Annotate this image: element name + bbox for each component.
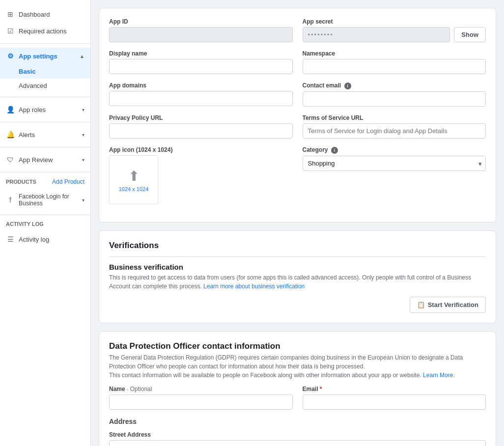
row-app-id-secret: App ID App secret Show xyxy=(109,18,486,42)
app-secret-input-group: Show xyxy=(303,27,486,42)
group-category: Category i Shopping Business Education E… xyxy=(303,146,486,204)
sidebar-sub-advanced[interactable]: Advanced xyxy=(0,79,90,93)
sidebar-alerts-label: Alerts xyxy=(19,131,35,139)
sidebar-sub-basic[interactable]: Basic xyxy=(0,64,90,79)
tos-label: Terms of Service URL xyxy=(303,114,486,121)
contact-email-info-icon: i xyxy=(344,83,351,89)
sidebar-item-app-settings[interactable]: ⚙ App settings ▲ xyxy=(0,48,90,64)
row-privacy-tos: Privacy Policy URL Terms of Service URL xyxy=(109,114,486,139)
group-app-id: App ID xyxy=(109,18,293,42)
tos-input[interactable] xyxy=(303,123,486,139)
row-domains-email: App domains Contact email i xyxy=(109,82,486,107)
category-select-wrapper: Shopping Business Education Entertainmen… xyxy=(303,156,486,171)
app-icon-upload[interactable]: ⬆ 1024 x 1024 xyxy=(109,155,158,204)
sidebar-item-facebook-login[interactable]: f Facebook Login for Business ▾ xyxy=(0,189,90,211)
row-icon-category: App icon (1024 x 1024) ⬆ 1024 x 1024 Cat… xyxy=(109,146,486,204)
dpo-name-label: Name · Optional xyxy=(109,386,293,392)
verifications-card: Verifications Business verification This… xyxy=(99,230,496,323)
start-verif-icon: 📋 xyxy=(417,301,425,308)
dpo-name-input[interactable] xyxy=(109,394,293,410)
app-secret-label: App secret xyxy=(303,18,486,25)
group-namespace: Namespace xyxy=(303,50,486,74)
group-app-domains: App domains xyxy=(109,82,293,107)
verif-actions: 📋 Start Verification xyxy=(109,297,486,313)
namespace-label: Namespace xyxy=(303,50,486,57)
chevron-down-icon-alerts: ▾ xyxy=(82,132,84,138)
sidebar-required-actions-label: Required actions xyxy=(19,28,67,35)
group-app-secret: App secret Show xyxy=(303,18,486,42)
activity-log-section-label: Activity log xyxy=(0,217,90,229)
sidebar-facebook-login-label: Facebook Login for Business xyxy=(19,193,78,207)
sidebar-app-review-label: App Review xyxy=(19,156,53,164)
shield-icon: 🛡 xyxy=(6,155,15,164)
main-content: App ID App secret Show Display name Name… xyxy=(91,0,504,446)
group-app-icon: App icon (1024 x 1024) ⬆ 1024 x 1024 xyxy=(109,146,293,204)
sidebar-item-dashboard[interactable]: ⊞ Dashboard xyxy=(0,6,90,23)
bell-icon: 🔔 xyxy=(6,130,15,139)
street-address-label: Street Address xyxy=(109,431,486,438)
add-product-link[interactable]: Add Product xyxy=(52,178,84,185)
sidebar-item-app-review[interactable]: 🛡 App Review ▾ xyxy=(0,151,90,168)
address-label: Address xyxy=(109,418,486,425)
category-info-icon: i xyxy=(331,147,338,154)
app-secret-input xyxy=(303,27,450,42)
street-address-input[interactable] xyxy=(109,440,486,446)
group-contact-email: Contact email i xyxy=(303,82,486,107)
icon-size-label: 1024 x 1024 xyxy=(119,186,149,192)
privacy-policy-label: Privacy Policy URL xyxy=(109,114,293,121)
contact-email-input[interactable] xyxy=(303,91,486,107)
row-display-namespace: Display name Namespace xyxy=(109,50,486,74)
category-select[interactable]: Shopping Business Education Entertainmen… xyxy=(303,156,486,171)
chevron-up-icon: ▲ xyxy=(80,54,84,59)
dpo-card: Data Protection Officer contact informat… xyxy=(99,331,496,446)
chevron-down-icon-fb: ▾ xyxy=(82,197,84,203)
category-label: Category i xyxy=(303,146,486,154)
sidebar: ⊞ Dashboard ☑ Required actions ⚙ App set… xyxy=(0,0,91,446)
group-tos: Terms of Service URL xyxy=(303,114,486,139)
contact-email-label: Contact email i xyxy=(303,82,486,89)
app-settings-card: App ID App secret Show Display name Name… xyxy=(99,8,496,223)
start-verification-button[interactable]: 📋 Start Verification xyxy=(410,297,486,313)
show-secret-button[interactable]: Show xyxy=(454,27,486,42)
display-name-input[interactable] xyxy=(109,59,293,74)
verifications-title: Verifications xyxy=(109,241,486,251)
activity-log-icon: ☰ xyxy=(6,235,15,244)
dpo-learn-more-link[interactable]: Learn More. xyxy=(423,372,455,379)
sidebar-activity-log-label: Activity log xyxy=(19,236,49,243)
learn-more-business-verif-link[interactable]: Learn more about business verification xyxy=(203,283,305,290)
app-id-input xyxy=(109,27,293,42)
app-icon-label: App icon (1024 x 1024) xyxy=(109,146,293,153)
roles-icon: 👤 xyxy=(6,105,15,114)
privacy-policy-input[interactable] xyxy=(109,123,293,139)
required-actions-icon: ☑ xyxy=(6,27,15,35)
sidebar-item-required-actions[interactable]: ☑ Required actions xyxy=(0,23,90,39)
sidebar-item-activity-log[interactable]: ☰ Activity log xyxy=(0,231,90,248)
dpo-row-name-email: Name · Optional Email * xyxy=(109,386,486,410)
group-address-header: Address xyxy=(109,418,486,425)
group-dpo-name: Name · Optional xyxy=(109,386,293,410)
dpo-title: Data Protection Officer contact informat… xyxy=(109,341,486,351)
group-street-address: Street Address xyxy=(109,431,486,446)
upload-icon: ⬆ xyxy=(128,168,140,184)
dpo-email-input[interactable] xyxy=(303,394,486,410)
app-domains-label: App domains xyxy=(109,82,293,89)
dpo-desc: The General Data Protection Regulation (… xyxy=(109,353,486,380)
business-verif-title: Business verification xyxy=(109,263,486,271)
display-name-label: Display name xyxy=(109,50,293,57)
facebook-login-icon: f xyxy=(6,195,15,204)
group-dpo-email: Email * xyxy=(303,386,486,410)
dashboard-icon: ⊞ xyxy=(6,10,15,19)
business-verif-desc: This is required to get access to data f… xyxy=(109,273,486,291)
dpo-email-label: Email * xyxy=(303,386,486,392)
group-display-name: Display name xyxy=(109,50,293,74)
namespace-input[interactable] xyxy=(303,59,486,74)
sidebar-item-app-roles[interactable]: 👤 App roles ▾ xyxy=(0,101,90,118)
sidebar-item-alerts[interactable]: 🔔 Alerts ▾ xyxy=(0,126,90,143)
sidebar-app-roles-label: App roles xyxy=(19,106,46,113)
app-id-label: App ID xyxy=(109,18,293,25)
sidebar-dashboard-label: Dashboard xyxy=(19,11,50,18)
products-section-label: Products Add Product xyxy=(0,174,90,187)
chevron-down-icon-review: ▾ xyxy=(82,157,84,163)
app-domains-input[interactable] xyxy=(109,91,293,106)
chevron-down-icon: ▾ xyxy=(82,107,84,112)
